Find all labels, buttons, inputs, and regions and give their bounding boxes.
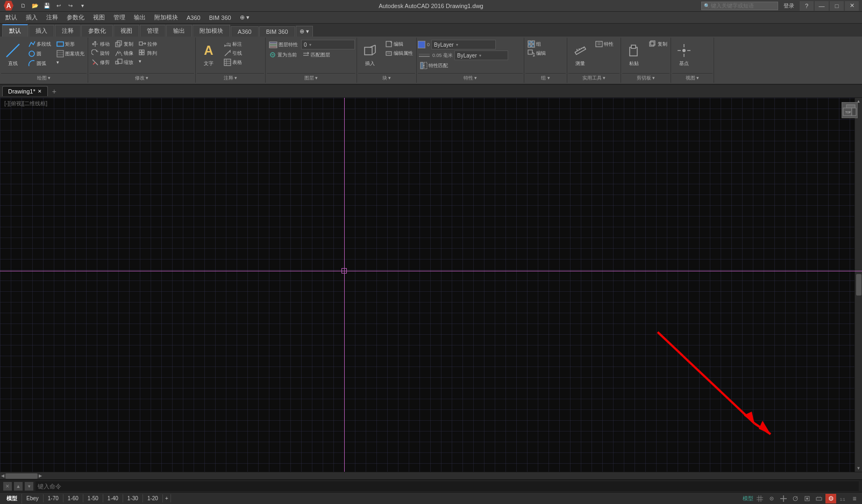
ribbon-btn-match-layer[interactable]: 匹配图层 (300, 51, 332, 59)
layout-tab-170[interactable]: 1-70 (44, 494, 63, 502)
layout-tab-160[interactable]: 1-60 (63, 494, 83, 502)
menu-extra[interactable]: ⊕ ▾ (236, 13, 254, 22)
new-tab-button[interactable]: + (49, 86, 60, 97)
menu-insert[interactable]: 插入 (22, 12, 42, 23)
cmd-scroll-up-btn[interactable]: ▲ (14, 482, 23, 491)
qa-redo[interactable]: ↪ (66, 1, 75, 11)
annotation-scale-btn[interactable]: 1:1 (837, 494, 848, 503)
ribbon-btn-modify-more[interactable]: ▾ (137, 58, 159, 64)
scrollbar-thumb-v[interactable] (856, 274, 861, 296)
ribbon-btn-rotate[interactable]: 旋转 (89, 49, 112, 57)
menu-view[interactable]: 视图 (89, 12, 109, 23)
viewport-cube[interactable]: TOP (842, 102, 858, 118)
ribbon-tab-a360[interactable]: A360 (231, 26, 259, 37)
search-input[interactable] (711, 3, 775, 9)
status-more-btn[interactable]: ≡ (849, 494, 860, 503)
groups-group-label[interactable]: 组 ▾ (525, 73, 566, 83)
cmd-scroll-down-btn[interactable]: ▾ (25, 482, 33, 491)
model-tab[interactable]: 模型 (2, 494, 22, 503)
ribbon-btn-mirror[interactable]: 镜像 (113, 49, 136, 57)
ribbon-tab-bim360[interactable]: BIM 360 (259, 26, 295, 37)
close-button[interactable]: ✕ (845, 1, 859, 11)
qa-open[interactable]: 📂 (30, 1, 40, 11)
qa-undo[interactable]: ↩ (54, 1, 63, 11)
properties-group-label[interactable]: 特性 ▾ (418, 73, 523, 83)
add-layout-btn[interactable]: + (163, 494, 171, 502)
menu-bim360[interactable]: BIM 360 (205, 13, 236, 22)
menu-annotate[interactable]: 注释 (42, 12, 62, 23)
ribbon-btn-copy[interactable]: 复制 (113, 40, 136, 48)
ribbon-btn-circle[interactable]: 圆 (26, 49, 53, 58)
menu-a360[interactable]: A360 (182, 13, 205, 22)
grid-toggle[interactable] (754, 494, 765, 503)
osnap-toggle[interactable] (802, 494, 813, 503)
ribbon-tab-parametric[interactable]: 参数化 (81, 25, 113, 37)
block-group-label[interactable]: 块 ▾ (358, 73, 415, 83)
snap-toggle[interactable] (766, 494, 777, 503)
ribbon-tab-output[interactable]: 输出 (166, 25, 192, 37)
minimize-button[interactable]: — (815, 1, 829, 11)
polar-toggle[interactable] (790, 494, 801, 503)
ribbon-tab-insert[interactable]: 插入 (29, 25, 54, 37)
ribbon-btn-make-current[interactable]: 置为当前 (267, 51, 299, 59)
ribbon-btn-move[interactable]: 移动 (89, 40, 112, 48)
drawing-tab-active[interactable]: Drawing1* ✕ (2, 86, 48, 96)
drawing-canvas[interactable]: [-][俯视][二维线框] TOP (0, 98, 862, 472)
ribbon-btn-basepoint[interactable]: 基点 (672, 40, 696, 69)
dynin-toggle[interactable] (814, 494, 824, 503)
ribbon-btn-polyline[interactable]: 多段线 (26, 40, 53, 48)
ribbon-btn-match-props[interactable]: 特性匹配 (418, 61, 450, 70)
drawing-tab-close[interactable]: ✕ (38, 89, 42, 94)
ribbon-btn-properties[interactable]: 特性 (593, 40, 616, 48)
ribbon-btn-edit-group[interactable]: 编辑 (525, 49, 548, 57)
ribbon-btn-dimension[interactable]: dim 标注 (222, 40, 244, 48)
scrollbar-right-btn[interactable]: ▶ (39, 473, 42, 478)
layout-tab-150[interactable]: 1-50 (83, 494, 103, 502)
layout-tab-130[interactable]: 1-30 (123, 494, 143, 502)
login-label[interactable]: 登录 (783, 2, 794, 10)
ribbon-btn-leader[interactable]: 引线 (222, 49, 244, 57)
linetype-dropdown[interactable]: ByLayer ▾ (454, 51, 508, 60)
ribbon-btn-hatch[interactable]: 图案填充 (54, 49, 87, 58)
maximize-button[interactable]: □ (830, 1, 844, 11)
ribbon-btn-rect[interactable]: 矩形 (54, 40, 87, 48)
layer-dropdown[interactable]: 0 ▾ (301, 40, 355, 49)
command-input[interactable] (35, 481, 859, 491)
ribbon-btn-array[interactable]: 阵列 (137, 49, 159, 57)
qa-new[interactable]: 🗋 (18, 1, 28, 11)
ribbon-btn-trim[interactable]: 修剪 (89, 58, 112, 67)
color-dropdown[interactable]: ByLayer ▾ (431, 40, 496, 49)
ribbon-btn-measure[interactable]: 测量 (568, 40, 592, 69)
layers-group-label[interactable]: 图层 ▾ (267, 73, 355, 83)
ribbon-btn-layer-props[interactable]: 图层特性 (267, 40, 300, 49)
ribbon-btn-edit-block[interactable]: 编辑 (383, 40, 415, 48)
ribbon-tab-view[interactable]: 视图 (113, 25, 139, 37)
cmd-close-btn[interactable]: ✕ (3, 482, 12, 491)
ribbon-btn-insert-block[interactable]: 插入 (358, 40, 382, 69)
ribbon-tab-extra[interactable]: ⊕ ▾ (296, 26, 313, 37)
ribbon-btn-scale[interactable]: 缩放 (113, 58, 136, 67)
model-paper-toggle[interactable]: 模型 (743, 494, 753, 503)
layout-tab-120[interactable]: 1-20 (143, 494, 163, 502)
scrollbar-thumb-h[interactable] (5, 473, 38, 479)
menu-default[interactable]: 默认 (1, 12, 22, 23)
ribbon-btn-stretch[interactable]: 拉伸 (137, 40, 159, 48)
ribbon-btn-paste[interactable]: 粘贴 (622, 40, 646, 69)
draw-group-label[interactable]: 绘图 ▾ (1, 73, 87, 83)
utilities-group-label[interactable]: 实用工具 ▾ (568, 73, 619, 83)
h-scrollbar[interactable]: ◀ ▶ (0, 472, 862, 479)
layout-tab-140[interactable]: 1-40 (103, 494, 123, 502)
ribbon-tab-manage[interactable]: 管理 (140, 25, 166, 37)
qa-more[interactable]: ▾ (77, 1, 87, 11)
clipboard-group-label[interactable]: 剪切板 ▾ (622, 73, 669, 83)
scrollbar-left-btn[interactable]: ◀ (1, 473, 4, 478)
ribbon-btn-clipboard-copy[interactable]: 复制 (647, 40, 669, 48)
settings-gear-icon[interactable]: ⚙ (825, 494, 836, 503)
v-scrollbar[interactable]: ▲ ▼ (854, 98, 862, 472)
ribbon-btn-text[interactable]: A 文字 (197, 40, 220, 69)
menu-parametric[interactable]: 参数化 (62, 12, 89, 23)
ribbon-tab-default[interactable]: 默认 (2, 24, 28, 37)
menu-manage[interactable]: 管理 (109, 12, 130, 23)
ribbon-btn-edit-attr[interactable]: 编辑属性 (383, 49, 415, 57)
ribbon-btn-table[interactable]: 表格 (222, 58, 244, 67)
